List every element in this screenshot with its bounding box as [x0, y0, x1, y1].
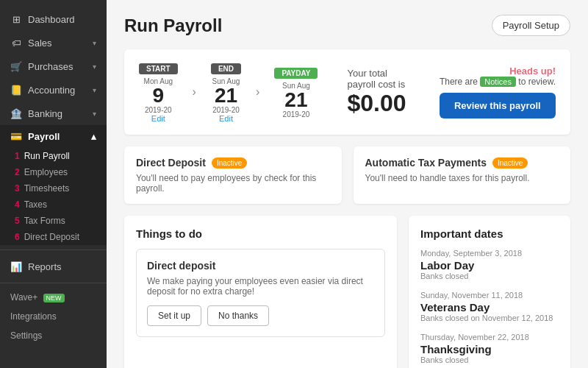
- important-date-0: Monday, September 3, 2018 Labor Day Bank…: [420, 249, 559, 280]
- payday-label: PAYDAY: [274, 68, 318, 79]
- date-entry-note-1: Banks closed on November 12, 2018: [420, 314, 559, 322]
- todo-item-direct-deposit: Direct deposit We make paying your emplo…: [136, 249, 385, 337]
- chevron-up-icon: ▴: [91, 131, 96, 142]
- end-edit-link[interactable]: Edit: [211, 114, 241, 123]
- sidebar-divider: [0, 250, 107, 250]
- important-dates-title: Important dates: [420, 227, 559, 240]
- direct-deposit-badge: Inactive: [212, 158, 247, 169]
- date-entry-name-0: Labor Day: [420, 259, 559, 272]
- payday-year: 2019-20: [274, 110, 318, 118]
- purchases-icon: 🛒: [10, 60, 22, 72]
- date-entry-name-1: Veterans Day: [420, 301, 559, 314]
- sidebar-item-dashboard[interactable]: ⊞ Dashboard: [0, 7, 107, 31]
- arrow-icon: ›: [193, 85, 196, 99]
- payroll-icon: 💳: [10, 131, 22, 142]
- set-it-up-button[interactable]: Set it up: [147, 305, 201, 326]
- start-year: 2019-20: [139, 106, 178, 114]
- heads-up-title: Heads up!: [440, 66, 556, 77]
- sidebar-item-sales[interactable]: 🏷 Sales ▾: [0, 31, 107, 54]
- auto-tax-text: You'll need to handle taxes for this pay…: [365, 173, 559, 183]
- important-date-2: Thursday, November 22, 2018 Thanksgiving…: [420, 333, 559, 364]
- payroll-section: 💳 Payroll ▴ 1 Run Payroll 2 Employees 3 …: [0, 125, 107, 245]
- things-to-do-panel: Things to do Direct deposit We make payi…: [124, 216, 397, 368]
- payroll-cost-block: Your total payroll cost is $0.00: [332, 68, 424, 117]
- things-to-do-title: Things to do: [136, 227, 385, 240]
- chevron-down-icon: ▾: [93, 39, 96, 47]
- end-year: 2019-20: [211, 106, 241, 114]
- sidebar-item-wave[interactable]: Wave+ NEW: [0, 288, 107, 307]
- cost-label: Your total payroll cost is: [347, 68, 409, 90]
- sidebar-item-accounting[interactable]: 📒 Accounting ▾: [0, 78, 107, 102]
- todo-item-desc: We make paying your employees even easie…: [147, 276, 374, 297]
- date-entry-label-0: Monday, September 3, 2018: [420, 249, 559, 258]
- sidebar-item-run-payroll[interactable]: 1 Run Payroll: [0, 148, 107, 164]
- sidebar-item-tax-forms[interactable]: 5 Tax Forms: [0, 213, 107, 229]
- auto-tax-status-card: Automatic Tax Payments Inactive You'll n…: [354, 146, 571, 204]
- auto-tax-title: Automatic Tax Payments: [365, 157, 487, 169]
- page-header: Run Payroll Payroll Setup: [124, 15, 570, 36]
- end-label: END: [211, 63, 241, 74]
- notices-badge[interactable]: Notices: [480, 77, 516, 87]
- direct-deposit-status-card: Direct Deposit Inactive You'll need to p…: [124, 146, 342, 204]
- bottom-section: Things to do Direct deposit We make payi…: [124, 216, 570, 368]
- sales-icon: 🏷: [10, 37, 22, 49]
- direct-deposit-title: Direct Deposit: [136, 157, 206, 169]
- page-title: Run Payroll: [124, 15, 222, 36]
- accounting-icon: 📒: [10, 84, 22, 96]
- date-entry-label-1: Sunday, November 11, 2018: [420, 291, 559, 300]
- heads-up-block: Heads up! There are Notices to review. R…: [440, 66, 556, 118]
- start-number: 9: [139, 85, 178, 106]
- start-edit-link[interactable]: Edit: [139, 114, 178, 123]
- reports-icon: 📊: [10, 261, 22, 272]
- payday-block: PAYDAY Sun Aug 21 2019-20: [274, 66, 318, 118]
- date-entry-name-2: Thanksgiving: [420, 343, 559, 355]
- dashboard-icon: ⊞: [10, 13, 22, 25]
- payroll-dates-card: START Mon Aug 9 2019-20 Edit › END Sun A…: [124, 49, 570, 135]
- date-entry-label-2: Thursday, November 22, 2018: [420, 333, 559, 342]
- end-number: 21: [211, 85, 241, 106]
- start-date-block: START Mon Aug 9 2019-20 Edit: [139, 61, 178, 123]
- main-content: Run Payroll Payroll Setup START Mon Aug …: [107, 0, 588, 368]
- cost-amount: $0.00: [347, 90, 409, 117]
- sidebar-item-direct-deposit[interactable]: 6 Direct Deposit: [0, 229, 107, 245]
- heads-up-text: There are Notices to review.: [440, 77, 556, 87]
- chevron-down-icon: ▾: [93, 63, 96, 71]
- sidebar-item-timesheets[interactable]: 3 Timesheets: [0, 180, 107, 197]
- sidebar-divider-2: [0, 283, 107, 283]
- important-dates-panel: Important dates Monday, September 3, 201…: [409, 216, 570, 368]
- date-entry-note-0: Banks closed: [420, 272, 559, 280]
- chevron-down-icon: ▾: [93, 110, 96, 118]
- todo-item-actions: Set it up No thanks: [147, 305, 374, 326]
- date-entry-note-2: Banks closed: [420, 355, 559, 364]
- sidebar-item-integrations[interactable]: Integrations: [0, 307, 107, 326]
- start-label: START: [139, 63, 178, 74]
- sidebar-item-payroll[interactable]: 💳 Payroll ▴: [0, 125, 107, 148]
- sidebar-item-taxes[interactable]: 4 Taxes: [0, 197, 107, 213]
- banking-icon: 🏦: [10, 107, 22, 119]
- no-thanks-button[interactable]: No thanks: [207, 305, 269, 326]
- end-date-block: END Sun Aug 21 2019-20 Edit: [211, 61, 241, 123]
- auto-tax-badge: Inactive: [492, 158, 528, 169]
- todo-item-title: Direct deposit: [147, 260, 374, 272]
- payroll-setup-button[interactable]: Payroll Setup: [492, 15, 570, 36]
- chevron-down-icon: ▾: [93, 86, 96, 94]
- sidebar: ⊞ Dashboard 🏷 Sales ▾ 🛒 Purchases ▾ 📒 Ac…: [0, 0, 107, 368]
- sidebar-item-settings[interactable]: Settings: [0, 326, 107, 345]
- important-date-1: Sunday, November 11, 2018 Veterans Day B…: [420, 291, 559, 322]
- sidebar-item-reports[interactable]: 📊 Reports: [0, 255, 107, 278]
- direct-deposit-text: You'll need to pay employees by check fo…: [136, 173, 330, 194]
- new-badge: NEW: [43, 294, 65, 302]
- direct-deposit-header: Direct Deposit Inactive: [136, 157, 330, 169]
- arrow-icon-2: ›: [256, 85, 259, 99]
- sidebar-item-banking[interactable]: 🏦 Banking ▾: [0, 102, 107, 125]
- status-cards-row: Direct Deposit Inactive You'll need to p…: [124, 146, 570, 204]
- review-payroll-button[interactable]: Review this payroll: [440, 93, 556, 118]
- payday-number: 21: [274, 90, 318, 110]
- sidebar-item-employees[interactable]: 2 Employees: [0, 164, 107, 180]
- sidebar-item-purchases[interactable]: 🛒 Purchases ▾: [0, 54, 107, 78]
- auto-tax-header: Automatic Tax Payments Inactive: [365, 157, 559, 169]
